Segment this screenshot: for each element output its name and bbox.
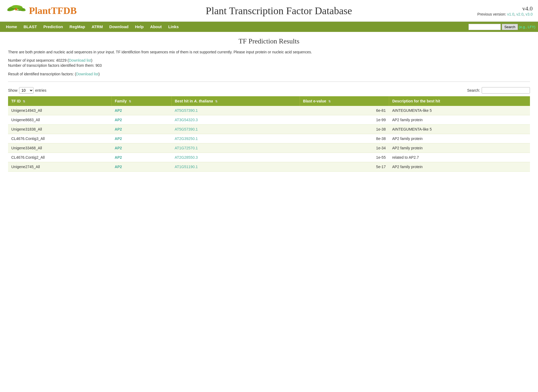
- nav-about[interactable]: About: [147, 22, 165, 32]
- version-links: Previous version: v1.0, v2.0, v3.0: [477, 12, 533, 16]
- v1-link[interactable]: v1.0: [507, 12, 514, 16]
- nav-blast[interactable]: BLAST: [20, 22, 40, 32]
- description-cell: AP2 family protein: [389, 134, 530, 143]
- col-family[interactable]: Family ⇅: [111, 96, 171, 106]
- nav-search-input[interactable]: [469, 24, 501, 30]
- tf-id-cell: Unigene33468_All: [8, 143, 111, 153]
- table-search-box: Search:: [467, 87, 530, 94]
- hit-cell[interactable]: AT1G72570.1: [171, 143, 300, 153]
- description-cell: AINTEGUMENTA-like 5: [389, 106, 530, 115]
- hit-link[interactable]: AT5G57390.1: [175, 108, 198, 113]
- logo-text: PlantTFDB: [29, 5, 77, 16]
- result-close: ): [98, 72, 100, 76]
- evalue-cell: 1e-55: [300, 153, 389, 162]
- v3-link[interactable]: v3.0: [526, 12, 533, 16]
- evalue-cell: 1e-99: [300, 115, 389, 125]
- table-row: Unigene14943_AllAP2AT5G57390.16e-81AINTE…: [8, 106, 530, 115]
- navbar-search: Search (e.g., LFY): [469, 24, 535, 30]
- input-count-label: Number of input sequences: 40229 (: [8, 58, 69, 62]
- entries-select[interactable]: 10 25 50 100: [19, 87, 34, 94]
- description-cell: AP2 family protein: [389, 162, 530, 172]
- family-cell: AP2: [111, 153, 171, 162]
- tf-id-cell: CL4676.Contig2_All: [8, 153, 111, 162]
- hit-link[interactable]: AT2G28550.3: [175, 155, 198, 160]
- family-cell: AP2: [111, 134, 171, 143]
- warning-message: There are both protein and nucleic acid …: [8, 49, 530, 55]
- evalue-cell: 1e-34: [300, 143, 389, 153]
- result-line: Result of identified transcription facto…: [8, 72, 530, 76]
- version-number: v4.0: [477, 5, 533, 12]
- sort-family-icon: ⇅: [129, 100, 131, 103]
- sort-evalue-icon: ⇅: [328, 100, 331, 103]
- description-cell: related to AP2.7: [389, 153, 530, 162]
- result-label: Result of identified transcription facto…: [8, 72, 76, 76]
- tf-count-line: Number of transcription factors identifi…: [8, 63, 530, 68]
- family-cell: AP2: [111, 106, 171, 115]
- evalue-cell: 1e-38: [300, 125, 389, 134]
- logo-icon: [5, 3, 27, 19]
- sort-tf-id-icon: ⇅: [23, 100, 25, 103]
- tf-id-cell: Unigene14943_All: [8, 106, 111, 115]
- family-cell: AP2: [111, 143, 171, 153]
- tf-id-cell: CL4676.Contig3_All: [8, 134, 111, 143]
- family-cell: AP2: [111, 162, 171, 172]
- nav-links[interactable]: Links: [165, 22, 182, 32]
- nav-atrm[interactable]: ATRM: [88, 22, 106, 32]
- table-row: Unigene31838_AllAP2AT5G57390.11e-38AINTE…: [8, 125, 530, 134]
- evalue-cell: 5e-17: [300, 162, 389, 172]
- results-table: TF ID ⇅ Family ⇅ Best hit in A. thaliana…: [8, 96, 530, 172]
- nav-home[interactable]: Home: [3, 22, 20, 32]
- hit-link[interactable]: AT1G51190.1: [175, 165, 198, 169]
- nav-regmap[interactable]: RegMap: [66, 22, 88, 32]
- family-cell: AP2: [111, 115, 171, 125]
- hit-link[interactable]: AT2G39250.1: [175, 136, 198, 141]
- nav-search-button[interactable]: Search: [502, 24, 518, 30]
- col-evalue[interactable]: Blast e-value ⇅: [300, 96, 389, 106]
- result-download-link[interactable]: Download list: [76, 72, 98, 76]
- page-title: TF Prediction Results: [8, 37, 530, 45]
- main-content: TF Prediction Results There are both pro…: [0, 32, 538, 177]
- hit-cell[interactable]: AT3G54320.3: [171, 115, 300, 125]
- svg-point-4: [15, 8, 16, 9]
- show-label: Show: [8, 88, 17, 93]
- table-search-input[interactable]: [482, 87, 530, 94]
- tf-id-cell: Unigene2745_All: [8, 162, 111, 172]
- input-download-link[interactable]: Download list: [69, 58, 91, 62]
- table-row: CL4676.Contig2_AllAP2AT2G28550.31e-55rel…: [8, 153, 530, 162]
- nav-help[interactable]: Help: [132, 22, 147, 32]
- hit-link[interactable]: AT1G72570.1: [175, 146, 198, 150]
- divider: [8, 82, 530, 82]
- table-header-row: TF ID ⇅ Family ⇅ Best hit in A. thaliana…: [8, 96, 530, 106]
- site-title-area: Plant Transcription Factor Database: [80, 5, 477, 17]
- col-best-hit[interactable]: Best hit in A. thaliana ⇅: [171, 96, 300, 106]
- hit-cell[interactable]: AT2G39250.1: [171, 134, 300, 143]
- logo-area: PlantTFDB: [5, 3, 80, 19]
- search-hint: (e.g., LFY): [519, 25, 535, 29]
- sort-hit-icon: ⇅: [215, 100, 218, 103]
- tf-id-cell: Unigene8683_All: [8, 115, 111, 125]
- col-tf-id[interactable]: TF ID ⇅: [8, 96, 111, 106]
- hit-cell[interactable]: AT5G57390.1: [171, 125, 300, 134]
- col-description: Description for the best hit: [389, 96, 530, 106]
- hit-cell[interactable]: AT1G51190.1: [171, 162, 300, 172]
- nav-download[interactable]: Download: [106, 22, 132, 32]
- site-title: Plant Transcription Factor Database: [80, 5, 477, 17]
- table-row: Unigene2745_AllAP2AT1G51190.15e-17AP2 fa…: [8, 162, 530, 172]
- table-controls: Show 10 25 50 100 entries Search:: [8, 87, 530, 94]
- hit-cell[interactable]: AT5G57390.1: [171, 106, 300, 115]
- family-cell: AP2: [111, 125, 171, 134]
- show-entries: Show 10 25 50 100 entries: [8, 87, 46, 94]
- site-header: PlantTFDB Plant Transcription Factor Dat…: [0, 0, 538, 22]
- table-row: Unigene8683_AllAP2AT3G54320.31e-99AP2 fa…: [8, 115, 530, 125]
- nav-prediction[interactable]: Prediction: [40, 22, 66, 32]
- description-cell: AINTEGUMENTA-like 5: [389, 125, 530, 134]
- entries-label: entries: [35, 88, 46, 93]
- version-area: v4.0 Previous version: v1.0, v2.0, v3.0: [477, 5, 533, 16]
- hit-cell[interactable]: AT2G28550.3: [171, 153, 300, 162]
- hit-link[interactable]: AT5G57390.1: [175, 127, 198, 131]
- prev-version-label: Previous version:: [477, 12, 506, 16]
- hit-link[interactable]: AT3G54320.3: [175, 118, 198, 122]
- tf-id-cell: Unigene31838_All: [8, 125, 111, 134]
- v2-link[interactable]: v2.0: [516, 12, 523, 16]
- table-row: CL4676.Contig3_AllAP2AT2G39250.18e-38AP2…: [8, 134, 530, 143]
